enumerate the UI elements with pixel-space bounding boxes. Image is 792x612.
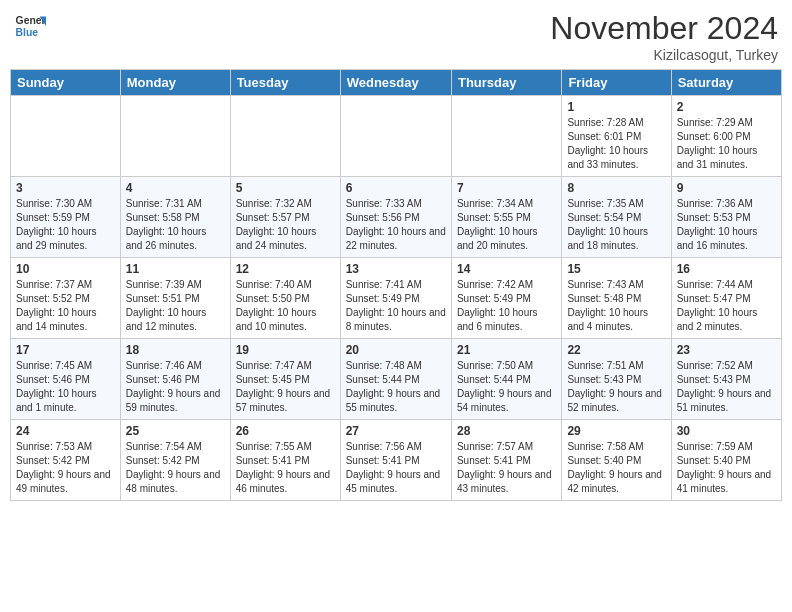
day-number: 17	[16, 343, 115, 357]
weekday-header-tuesday: Tuesday	[230, 70, 340, 96]
day-cell: 23Sunrise: 7:52 AM Sunset: 5:43 PM Dayli…	[671, 339, 781, 420]
day-number: 24	[16, 424, 115, 438]
day-cell: 27Sunrise: 7:56 AM Sunset: 5:41 PM Dayli…	[340, 420, 451, 501]
day-info: Sunrise: 7:43 AM Sunset: 5:48 PM Dayligh…	[567, 278, 665, 334]
title-block: November 2024 Kizilcasogut, Turkey	[550, 10, 778, 63]
day-info: Sunrise: 7:46 AM Sunset: 5:46 PM Dayligh…	[126, 359, 225, 415]
day-cell: 3Sunrise: 7:30 AM Sunset: 5:59 PM Daylig…	[11, 177, 121, 258]
day-info: Sunrise: 7:40 AM Sunset: 5:50 PM Dayligh…	[236, 278, 335, 334]
day-cell: 30Sunrise: 7:59 AM Sunset: 5:40 PM Dayli…	[671, 420, 781, 501]
location: Kizilcasogut, Turkey	[550, 47, 778, 63]
day-info: Sunrise: 7:35 AM Sunset: 5:54 PM Dayligh…	[567, 197, 665, 253]
day-cell: 13Sunrise: 7:41 AM Sunset: 5:49 PM Dayli…	[340, 258, 451, 339]
weekday-header-thursday: Thursday	[451, 70, 561, 96]
day-number: 4	[126, 181, 225, 195]
calendar-table: SundayMondayTuesdayWednesdayThursdayFrid…	[10, 69, 782, 501]
day-cell: 20Sunrise: 7:48 AM Sunset: 5:44 PM Dayli…	[340, 339, 451, 420]
day-info: Sunrise: 7:52 AM Sunset: 5:43 PM Dayligh…	[677, 359, 776, 415]
month-title: November 2024	[550, 10, 778, 47]
day-number: 1	[567, 100, 665, 114]
day-info: Sunrise: 7:29 AM Sunset: 6:00 PM Dayligh…	[677, 116, 776, 172]
day-number: 9	[677, 181, 776, 195]
day-cell	[230, 96, 340, 177]
day-info: Sunrise: 7:39 AM Sunset: 5:51 PM Dayligh…	[126, 278, 225, 334]
day-cell: 8Sunrise: 7:35 AM Sunset: 5:54 PM Daylig…	[562, 177, 671, 258]
weekday-header-monday: Monday	[120, 70, 230, 96]
day-number: 29	[567, 424, 665, 438]
day-info: Sunrise: 7:53 AM Sunset: 5:42 PM Dayligh…	[16, 440, 115, 496]
day-number: 3	[16, 181, 115, 195]
day-info: Sunrise: 7:32 AM Sunset: 5:57 PM Dayligh…	[236, 197, 335, 253]
day-number: 25	[126, 424, 225, 438]
day-cell: 18Sunrise: 7:46 AM Sunset: 5:46 PM Dayli…	[120, 339, 230, 420]
day-info: Sunrise: 7:28 AM Sunset: 6:01 PM Dayligh…	[567, 116, 665, 172]
day-cell: 12Sunrise: 7:40 AM Sunset: 5:50 PM Dayli…	[230, 258, 340, 339]
day-info: Sunrise: 7:51 AM Sunset: 5:43 PM Dayligh…	[567, 359, 665, 415]
day-number: 20	[346, 343, 446, 357]
week-row-3: 10Sunrise: 7:37 AM Sunset: 5:52 PM Dayli…	[11, 258, 782, 339]
weekday-header-row: SundayMondayTuesdayWednesdayThursdayFrid…	[11, 70, 782, 96]
day-info: Sunrise: 7:55 AM Sunset: 5:41 PM Dayligh…	[236, 440, 335, 496]
day-info: Sunrise: 7:33 AM Sunset: 5:56 PM Dayligh…	[346, 197, 446, 253]
day-cell: 29Sunrise: 7:58 AM Sunset: 5:40 PM Dayli…	[562, 420, 671, 501]
day-info: Sunrise: 7:50 AM Sunset: 5:44 PM Dayligh…	[457, 359, 556, 415]
day-info: Sunrise: 7:56 AM Sunset: 5:41 PM Dayligh…	[346, 440, 446, 496]
week-row-1: 1Sunrise: 7:28 AM Sunset: 6:01 PM Daylig…	[11, 96, 782, 177]
day-number: 19	[236, 343, 335, 357]
day-info: Sunrise: 7:59 AM Sunset: 5:40 PM Dayligh…	[677, 440, 776, 496]
day-cell: 2Sunrise: 7:29 AM Sunset: 6:00 PM Daylig…	[671, 96, 781, 177]
day-number: 15	[567, 262, 665, 276]
day-cell: 14Sunrise: 7:42 AM Sunset: 5:49 PM Dayli…	[451, 258, 561, 339]
day-cell	[451, 96, 561, 177]
day-cell: 21Sunrise: 7:50 AM Sunset: 5:44 PM Dayli…	[451, 339, 561, 420]
day-number: 23	[677, 343, 776, 357]
day-info: Sunrise: 7:41 AM Sunset: 5:49 PM Dayligh…	[346, 278, 446, 334]
day-number: 13	[346, 262, 446, 276]
day-number: 10	[16, 262, 115, 276]
weekday-header-wednesday: Wednesday	[340, 70, 451, 96]
day-info: Sunrise: 7:34 AM Sunset: 5:55 PM Dayligh…	[457, 197, 556, 253]
day-number: 18	[126, 343, 225, 357]
logo: General Blue	[14, 10, 46, 42]
day-number: 30	[677, 424, 776, 438]
day-cell: 7Sunrise: 7:34 AM Sunset: 5:55 PM Daylig…	[451, 177, 561, 258]
day-number: 27	[346, 424, 446, 438]
day-number: 6	[346, 181, 446, 195]
day-number: 26	[236, 424, 335, 438]
day-info: Sunrise: 7:47 AM Sunset: 5:45 PM Dayligh…	[236, 359, 335, 415]
day-cell	[120, 96, 230, 177]
day-cell: 17Sunrise: 7:45 AM Sunset: 5:46 PM Dayli…	[11, 339, 121, 420]
day-cell: 19Sunrise: 7:47 AM Sunset: 5:45 PM Dayli…	[230, 339, 340, 420]
day-number: 16	[677, 262, 776, 276]
day-cell: 15Sunrise: 7:43 AM Sunset: 5:48 PM Dayli…	[562, 258, 671, 339]
day-cell	[11, 96, 121, 177]
day-info: Sunrise: 7:48 AM Sunset: 5:44 PM Dayligh…	[346, 359, 446, 415]
day-number: 12	[236, 262, 335, 276]
day-cell: 16Sunrise: 7:44 AM Sunset: 5:47 PM Dayli…	[671, 258, 781, 339]
day-info: Sunrise: 7:58 AM Sunset: 5:40 PM Dayligh…	[567, 440, 665, 496]
day-number: 5	[236, 181, 335, 195]
weekday-header-friday: Friday	[562, 70, 671, 96]
day-cell: 5Sunrise: 7:32 AM Sunset: 5:57 PM Daylig…	[230, 177, 340, 258]
weekday-header-saturday: Saturday	[671, 70, 781, 96]
day-number: 28	[457, 424, 556, 438]
week-row-2: 3Sunrise: 7:30 AM Sunset: 5:59 PM Daylig…	[11, 177, 782, 258]
day-cell	[340, 96, 451, 177]
day-number: 11	[126, 262, 225, 276]
day-cell: 4Sunrise: 7:31 AM Sunset: 5:58 PM Daylig…	[120, 177, 230, 258]
day-number: 2	[677, 100, 776, 114]
day-cell: 1Sunrise: 7:28 AM Sunset: 6:01 PM Daylig…	[562, 96, 671, 177]
day-info: Sunrise: 7:36 AM Sunset: 5:53 PM Dayligh…	[677, 197, 776, 253]
weekday-header-sunday: Sunday	[11, 70, 121, 96]
day-cell: 11Sunrise: 7:39 AM Sunset: 5:51 PM Dayli…	[120, 258, 230, 339]
day-number: 7	[457, 181, 556, 195]
day-info: Sunrise: 7:42 AM Sunset: 5:49 PM Dayligh…	[457, 278, 556, 334]
day-number: 22	[567, 343, 665, 357]
day-number: 21	[457, 343, 556, 357]
day-info: Sunrise: 7:44 AM Sunset: 5:47 PM Dayligh…	[677, 278, 776, 334]
day-cell: 28Sunrise: 7:57 AM Sunset: 5:41 PM Dayli…	[451, 420, 561, 501]
day-cell: 22Sunrise: 7:51 AM Sunset: 5:43 PM Dayli…	[562, 339, 671, 420]
day-info: Sunrise: 7:54 AM Sunset: 5:42 PM Dayligh…	[126, 440, 225, 496]
logo-icon: General Blue	[14, 10, 46, 42]
day-cell: 24Sunrise: 7:53 AM Sunset: 5:42 PM Dayli…	[11, 420, 121, 501]
